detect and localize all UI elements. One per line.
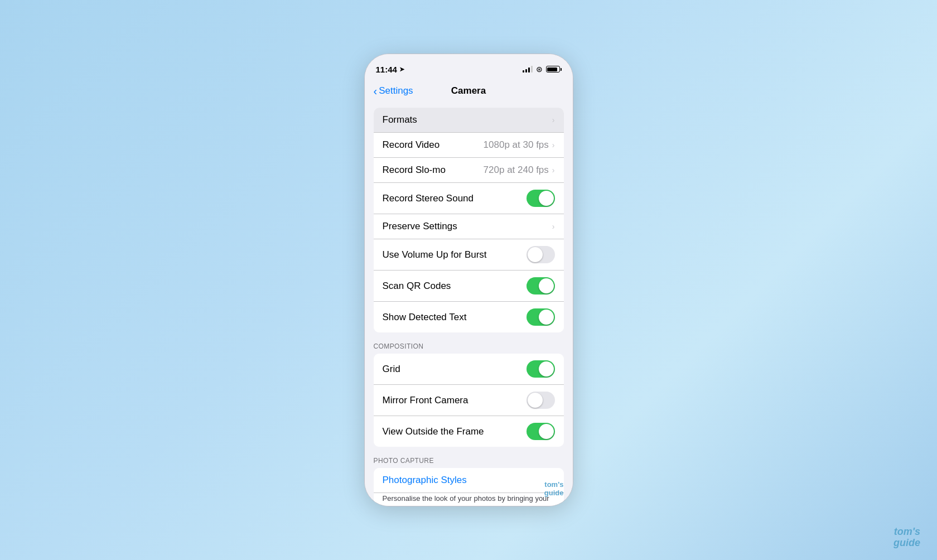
view-outside-toggle[interactable] bbox=[527, 423, 555, 440]
formats-label: Formats bbox=[383, 114, 552, 125]
photographic-styles-row[interactable]: Photographic Styles bbox=[374, 468, 564, 493]
photographic-styles-link[interactable]: Photographic Styles bbox=[383, 475, 555, 486]
grid-row: Grid bbox=[374, 354, 564, 385]
photo-capture-group: Photographic Styles Personalise the look… bbox=[374, 468, 564, 506]
preserve-settings-row[interactable]: Preserve Settings › bbox=[374, 214, 564, 239]
main-settings-group: Formats › Record Video 1080p at 30 fps ›… bbox=[374, 108, 564, 332]
grid-toggle[interactable] bbox=[527, 360, 555, 378]
volume-burst-toggle[interactable] bbox=[527, 246, 555, 263]
formats-row[interactable]: Formats › bbox=[374, 108, 564, 133]
composition-section: Composition Grid Mirror Front Camera bbox=[365, 332, 573, 447]
scan-qr-row: Scan QR Codes bbox=[374, 271, 564, 302]
grid-label: Grid bbox=[383, 364, 527, 375]
status-bar: 11:44 ➤ ⊛ bbox=[365, 54, 573, 79]
record-stereo-row: Record Stereo Sound bbox=[374, 183, 564, 214]
record-slomo-chevron-icon: › bbox=[552, 166, 555, 175]
show-detected-text-toggle[interactable] bbox=[527, 308, 555, 326]
status-icons: ⊛ bbox=[523, 65, 562, 74]
volume-burst-row: Use Volume Up for Burst bbox=[374, 239, 564, 271]
record-stereo-label: Record Stereo Sound bbox=[383, 193, 527, 204]
show-detected-text-label: Show Detected Text bbox=[383, 312, 527, 323]
photographic-styles-desc-text: Personalise the look of your photos by b… bbox=[383, 494, 553, 506]
formats-chevron-icon: › bbox=[552, 115, 555, 124]
record-stereo-toggle[interactable] bbox=[527, 190, 555, 207]
photo-capture-section: Photo Capture Photographic Styles Person… bbox=[365, 447, 573, 506]
record-video-row[interactable]: Record Video 1080p at 30 fps › bbox=[374, 133, 564, 158]
preserve-settings-label: Preserve Settings bbox=[383, 221, 552, 232]
back-label: Settings bbox=[379, 85, 413, 96]
view-outside-label: View Outside the Frame bbox=[383, 426, 527, 437]
tomsguide-watermark: tom's guide bbox=[893, 527, 920, 549]
phone-frame: 11:44 ➤ ⊛ ‹ Settings bbox=[364, 54, 573, 506]
signal-icon bbox=[523, 66, 533, 73]
watermark: tom's guide bbox=[544, 481, 564, 497]
record-slomo-value: 720p at 240 fps bbox=[484, 165, 549, 176]
mirror-front-toggle[interactable] bbox=[527, 392, 555, 409]
volume-burst-label: Use Volume Up for Burst bbox=[383, 249, 527, 260]
page-title: Camera bbox=[451, 85, 486, 96]
show-detected-text-row: Show Detected Text bbox=[374, 302, 564, 332]
mirror-front-row: Mirror Front Camera bbox=[374, 385, 564, 416]
preserve-settings-chevron-icon: › bbox=[552, 222, 555, 231]
composition-header: Composition bbox=[365, 332, 573, 354]
composition-group: Grid Mirror Front Camera View Outside th… bbox=[374, 354, 564, 447]
back-button[interactable]: ‹ Settings bbox=[374, 85, 413, 96]
wifi-icon: ⊛ bbox=[536, 65, 543, 74]
record-slomo-row[interactable]: Record Slo-mo 720p at 240 fps › bbox=[374, 158, 564, 183]
photographic-styles-description: Personalise the look of your photos by b… bbox=[374, 493, 564, 506]
scan-qr-label: Scan QR Codes bbox=[383, 281, 527, 292]
record-video-chevron-icon: › bbox=[552, 141, 555, 149]
view-outside-row: View Outside the Frame bbox=[374, 416, 564, 447]
time-display: 11:44 bbox=[376, 65, 397, 74]
chevron-left-icon: ‹ bbox=[374, 85, 378, 96]
battery-icon bbox=[546, 66, 562, 73]
photo-capture-header: Photo Capture bbox=[365, 447, 573, 468]
record-slomo-label: Record Slo-mo bbox=[383, 165, 484, 176]
watermark-line1: tom's bbox=[544, 481, 564, 489]
mirror-front-label: Mirror Front Camera bbox=[383, 395, 527, 406]
watermark-line2: guide bbox=[544, 489, 564, 497]
scan-qr-toggle[interactable] bbox=[527, 277, 555, 295]
record-video-label: Record Video bbox=[383, 139, 484, 151]
nav-bar: ‹ Settings Camera bbox=[365, 79, 573, 103]
status-time: 11:44 ➤ bbox=[376, 65, 404, 74]
record-video-value: 1080p at 30 fps bbox=[484, 139, 549, 151]
location-icon: ➤ bbox=[399, 66, 404, 73]
content-area: Formats › Record Video 1080p at 30 fps ›… bbox=[365, 103, 573, 506]
